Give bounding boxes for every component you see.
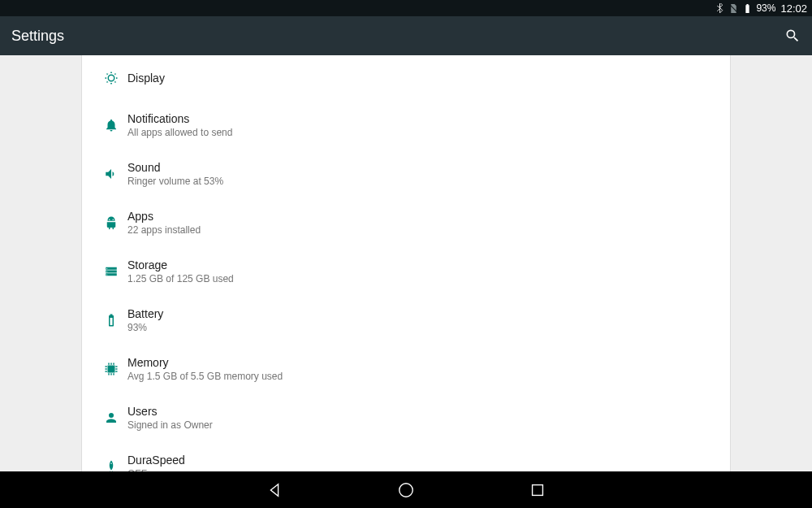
- battery-icon: [742, 3, 753, 14]
- svg-rect-1: [533, 484, 543, 495]
- setting-sound[interactable]: Sound Ringer volume at 53%: [82, 150, 730, 198]
- bell-icon: [95, 118, 127, 132]
- status-bar: 93% 12:02: [0, 0, 812, 16]
- no-sim-icon: [728, 3, 739, 14]
- bluetooth-icon: [715, 3, 725, 14]
- setting-battery[interactable]: Battery 93%: [82, 296, 730, 345]
- setting-sublabel: Signed in as Owner: [127, 419, 717, 431]
- page-title: Settings: [11, 28, 64, 45]
- setting-apps[interactable]: Apps 22 apps installed: [82, 198, 730, 247]
- setting-sublabel: 22 apps installed: [127, 224, 717, 236]
- setting-sublabel: 93%: [127, 322, 717, 333]
- home-button[interactable]: [397, 481, 415, 499]
- clock: 12:02: [780, 2, 807, 15]
- setting-label: Storage: [127, 258, 717, 271]
- setting-label: Notifications: [127, 112, 717, 125]
- search-icon[interactable]: [784, 28, 801, 44]
- display-icon: [95, 71, 127, 85]
- settings-content: Display Notifications All apps allowed t…: [0, 55, 812, 471]
- setting-label: Sound: [127, 161, 717, 174]
- navigation-bar: [0, 471, 812, 508]
- setting-label: Memory: [127, 356, 717, 369]
- setting-notifications[interactable]: Notifications All apps allowed to send: [82, 101, 730, 150]
- setting-sublabel: Ringer volume at 53%: [127, 176, 717, 187]
- back-button[interactable]: [266, 481, 283, 499]
- rocket-icon: [95, 459, 127, 471]
- person-icon: [95, 410, 127, 425]
- memory-icon: [95, 362, 127, 376]
- settings-card: Display Notifications All apps allowed t…: [81, 55, 731, 471]
- setting-label: Display: [127, 72, 717, 85]
- setting-label: DuraSpeed: [127, 454, 717, 467]
- setting-sublabel: 1.25 GB of 125 GB used: [127, 273, 717, 284]
- setting-label: Apps: [127, 210, 717, 223]
- android-icon: [95, 215, 127, 230]
- svg-point-0: [400, 483, 413, 497]
- setting-sublabel: Avg 1.5 GB of 5.5 GB memory used: [127, 371, 717, 382]
- setting-storage[interactable]: Storage 1.25 GB of 125 GB used: [82, 247, 730, 296]
- volume-icon: [95, 167, 127, 181]
- setting-memory[interactable]: Memory Avg 1.5 GB of 5.5 GB memory used: [82, 345, 730, 393]
- app-bar: Settings: [0, 16, 812, 55]
- setting-label: Users: [127, 405, 717, 418]
- setting-label: Battery: [127, 307, 717, 320]
- battery-setting-icon: [95, 313, 127, 328]
- battery-percent: 93%: [756, 2, 775, 14]
- setting-users[interactable]: Users Signed in as Owner: [82, 393, 730, 442]
- storage-icon: [95, 264, 127, 279]
- recent-button[interactable]: [529, 481, 546, 499]
- setting-display[interactable]: Display: [82, 55, 730, 101]
- setting-sublabel: All apps allowed to send: [127, 127, 717, 138]
- setting-duraspeed[interactable]: DuraSpeed OFF: [82, 442, 730, 471]
